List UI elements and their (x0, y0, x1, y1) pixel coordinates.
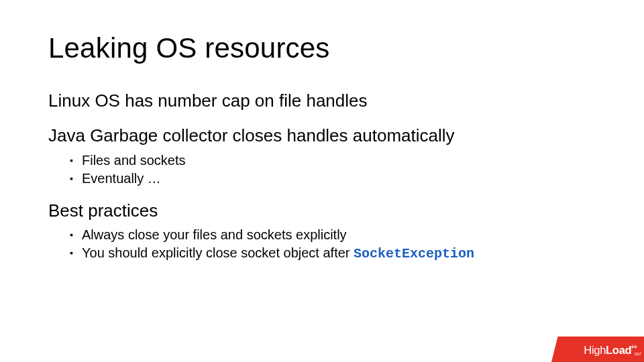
list-item: Eventually … (70, 170, 596, 188)
list-item: Files and sockets (70, 152, 596, 170)
bullet-text: You should explicitly close socket objec… (82, 245, 354, 260)
slide-content: Leaking OS resources Linux OS has number… (0, 0, 644, 263)
logo-shape: HighLoad++ 2017 (551, 337, 644, 362)
bullet-text: Always close your files and sockets expl… (82, 227, 347, 242)
code-inline: SocketException (354, 246, 474, 261)
bullet-list: Files and sockets Eventually … (48, 152, 596, 188)
logo-year: 2017 (635, 353, 641, 356)
section-heading: Best practices (48, 200, 596, 223)
bullet-text: Files and sockets (82, 153, 186, 168)
logo-text-light: High (584, 343, 606, 355)
section-heading: Linux OS has number cap on file handles (48, 90, 596, 113)
highload-logo: HighLoad++ 2017 (551, 337, 644, 362)
section-heading: Java Garbage collector closes handles au… (48, 125, 596, 147)
bullet-text: Eventually … (82, 171, 161, 186)
list-item: Always close your files and sockets expl… (70, 226, 596, 244)
bullet-list: Always close your files and sockets expl… (48, 226, 596, 263)
slide-title: Leaking OS resources (48, 32, 596, 64)
logo-plus: ++ (631, 343, 636, 351)
list-item: You should explicitly close socket objec… (70, 244, 596, 263)
logo-text-bold: Load (606, 343, 631, 355)
logo-text: HighLoad++ (584, 343, 636, 357)
